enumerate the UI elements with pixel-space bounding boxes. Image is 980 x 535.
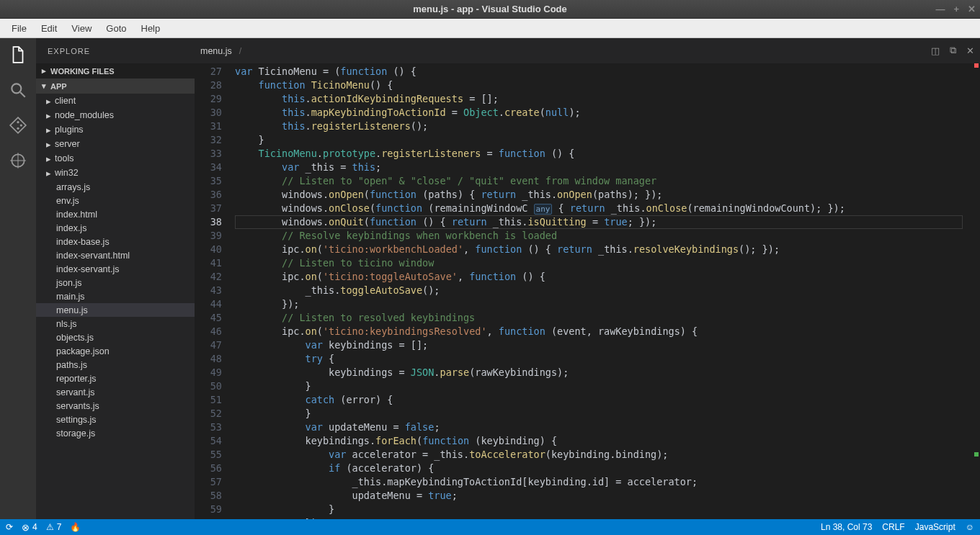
window-title: menu.js - app - Visual Studio Code: [0, 4, 980, 14]
sidebar-title: EXPLORE: [36, 38, 195, 63]
code-editor[interactable]: 2728293031323334353637383940414243444546…: [195, 63, 980, 519]
debug-icon[interactable]: [9, 151, 27, 172]
menubar: FileEditViewGotoHelp: [0, 19, 980, 38]
overview-ruler[interactable]: [971, 63, 980, 519]
file-arrays-js[interactable]: arrays.js: [36, 180, 195, 194]
close-window-icon[interactable]: ✕: [968, 4, 976, 14]
file-menu-js[interactable]: menu.js: [36, 303, 195, 317]
status-cursor-pos[interactable]: Ln 38, Col 73: [821, 522, 872, 532]
menu-help[interactable]: Help: [134, 20, 168, 37]
file-settings-js[interactable]: settings.js: [36, 413, 195, 426]
folder-win32[interactable]: ▸win32: [36, 166, 195, 180]
window-titlebar: menu.js - app - Visual Studio Code — + ✕: [0, 0, 980, 19]
file-json-js[interactable]: json.js: [36, 276, 195, 289]
tab-menu-js[interactable]: menu.js /: [200, 46, 244, 56]
search-icon[interactable]: [9, 81, 27, 102]
file-index-servant-html[interactable]: index-servant.html: [36, 248, 195, 262]
status-flame[interactable]: 🔥: [70, 522, 81, 532]
folder-client[interactable]: ▸client: [36, 94, 195, 108]
svg-point-3: [17, 127, 19, 130]
file-paths-js[interactable]: paths.js: [36, 358, 195, 372]
folder-tools[interactable]: ▸tools: [36, 151, 195, 166]
folder-plugins[interactable]: ▸plugins: [36, 122, 195, 137]
svg-line-1: [20, 92, 25, 97]
menu-view[interactable]: View: [64, 20, 99, 37]
tab-bar: menu.js / ◫ ⧉ ✕: [195, 38, 980, 63]
split-editor-icon[interactable]: ◫: [931, 45, 940, 56]
file-nls-js[interactable]: nls.js: [36, 317, 195, 331]
file-index-servant-js[interactable]: index-servant.js: [36, 262, 195, 276]
file-tree: ▸client▸node_modules▸plugins▸server▸tool…: [36, 94, 195, 519]
status-sync[interactable]: ⟳: [6, 522, 13, 532]
menu-file[interactable]: File: [4, 20, 34, 37]
line-gutter: 2728293031323334353637383940414243444546…: [195, 63, 235, 519]
git-icon[interactable]: [9, 116, 27, 137]
app-header[interactable]: ▾APP: [36, 78, 195, 94]
svg-point-0: [12, 84, 21, 93]
file-env-js[interactable]: env.js: [36, 194, 195, 207]
file-package-json[interactable]: package.json: [36, 344, 195, 358]
status-errors[interactable]: 4: [22, 522, 37, 533]
file-objects-js[interactable]: objects.js: [36, 331, 195, 344]
file-index-js[interactable]: index.js: [36, 221, 195, 235]
sidebar: EXPLORE ▸WORKING FILES ▾APP ▸client▸node…: [36, 38, 195, 519]
tab-label: menu.js: [200, 46, 232, 56]
status-eol[interactable]: CRLF: [882, 522, 904, 532]
working-files-header[interactable]: ▸WORKING FILES: [36, 63, 195, 78]
file-storage-js[interactable]: storage.js: [36, 426, 195, 440]
status-language[interactable]: JavaScript: [915, 522, 956, 532]
file-index-html[interactable]: index.html: [36, 207, 195, 221]
explorer-icon[interactable]: [9, 45, 27, 66]
activity-bar: [0, 38, 36, 519]
status-feedback-icon[interactable]: ☺: [966, 522, 974, 532]
svg-point-2: [17, 121, 19, 123]
folder-node_modules[interactable]: ▸node_modules: [36, 108, 195, 122]
status-warnings[interactable]: 7: [46, 522, 62, 532]
maximize-icon[interactable]: +: [953, 4, 959, 14]
svg-point-4: [20, 124, 22, 126]
diff-icon[interactable]: ⧉: [950, 45, 956, 56]
folder-server[interactable]: ▸server: [36, 137, 195, 151]
file-main-js[interactable]: main.js: [36, 289, 195, 303]
code-content[interactable]: var TicinoMenu = (function () { function…: [235, 63, 971, 519]
status-bar: ⟳ 4 7 🔥 Ln 38, Col 73 CRLF JavaScript ☺: [0, 519, 980, 535]
minimize-icon[interactable]: —: [935, 4, 945, 14]
file-servant-js[interactable]: servant.js: [36, 385, 195, 399]
close-tab-icon[interactable]: ✕: [966, 45, 974, 56]
file-servants-js[interactable]: servants.js: [36, 399, 195, 413]
menu-edit[interactable]: Edit: [34, 20, 64, 37]
file-index-base-js[interactable]: index-base.js: [36, 235, 195, 248]
file-reporter-js[interactable]: reporter.js: [36, 372, 195, 385]
menu-goto[interactable]: Goto: [99, 20, 133, 37]
